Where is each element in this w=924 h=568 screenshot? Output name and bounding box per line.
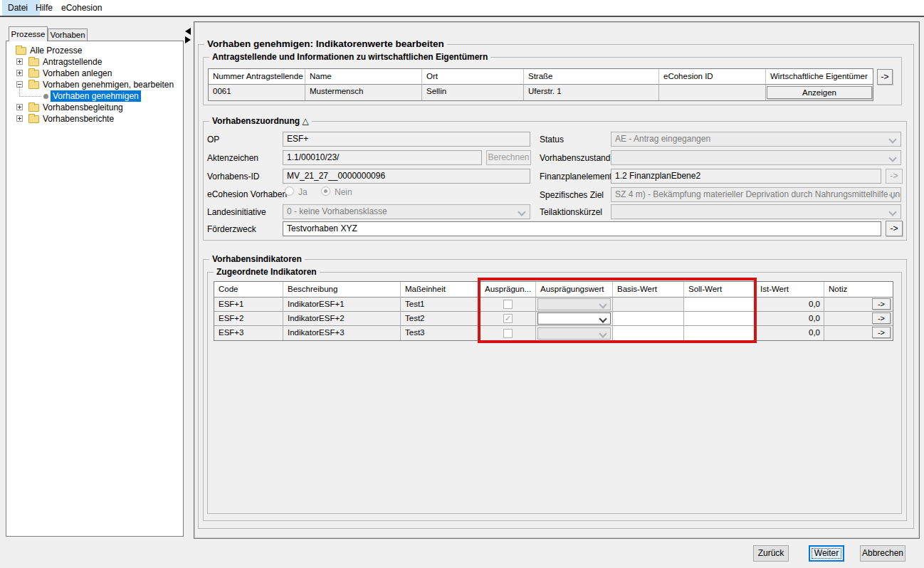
- chevron-down-icon: [518, 208, 525, 216]
- column-header-nummer: Nummer Antragstellende: [209, 69, 305, 85]
- chevron-down-icon: [599, 330, 607, 337]
- cell-code: ESF+2: [214, 312, 283, 326]
- applicants-detail-arrow-button[interactable]: ->: [877, 69, 893, 85]
- landesinitiative-label: Landesinitiative: [207, 207, 266, 217]
- berechnen-button: Berechnen: [486, 150, 531, 165]
- expander-plus-icon[interactable]: [16, 115, 23, 122]
- auspraegung-checkbox: [503, 300, 513, 309]
- op-field: ESF+: [283, 132, 530, 147]
- cell-beschreibung: IndikatorESF+3: [283, 326, 401, 340]
- column-header-auspraegungswert: Ausprägungswert: [536, 282, 613, 298]
- applicants-table: Nummer Antragstellende Name Ort Straße e…: [208, 68, 873, 101]
- zurueck-button[interactable]: Zurück: [753, 545, 789, 562]
- cell-ort: Sellin: [422, 85, 524, 100]
- auspraegung-checkbox: [503, 329, 513, 338]
- spezifisches-ziel-value: SZ 4 m) - Bekämpfung materieller Depriva…: [615, 189, 901, 199]
- cell-code: ESF+1: [214, 298, 283, 312]
- weiter-button[interactable]: Weiter: [809, 545, 844, 562]
- vorhabens-id-label: Vorhabens-ID: [207, 172, 259, 182]
- cell-beschreibung: IndikatorESF+2: [283, 312, 401, 326]
- expander-plus-icon[interactable]: [16, 70, 23, 76]
- tree-item-vorhabensberichte[interactable]: Vorhabensberichte: [6, 113, 183, 125]
- cell-masseinheit: Test3: [401, 326, 481, 340]
- radio-nein: [321, 186, 330, 196]
- tree-item-label: Antragstellende: [43, 56, 102, 68]
- cell-auspraegung: [481, 312, 536, 326]
- aktenzeichen-label: Aktenzeichen: [207, 153, 258, 163]
- group-vorhabenszuordnung-title: Vorhabenszuordnung △: [209, 116, 312, 127]
- chevron-down-icon: [888, 154, 896, 162]
- folder-icon: [28, 58, 39, 66]
- cell-strasse: Uferstr. 1: [524, 85, 659, 100]
- auspraegungswert-dropdown[interactable]: [537, 312, 611, 325]
- notiz-arrow-button[interactable]: ->: [872, 312, 891, 324]
- vorhabenszustand-dropdown: [611, 150, 901, 165]
- column-header-eigentuemer: Wirtschaftliche Eigentümer: [766, 69, 873, 85]
- chevron-down-icon: [888, 135, 896, 143]
- cell-ist-wert: 0,0: [756, 312, 824, 326]
- chevron-down-icon: [599, 315, 607, 322]
- cell-masseinheit: Test1: [401, 298, 481, 312]
- column-header-notiz: Notiz: [824, 282, 893, 298]
- tree-item-alle-prozesse[interactable]: Alle Prozesse: [6, 45, 183, 56]
- tree-item-antragstellende[interactable]: Antragstellende: [6, 56, 183, 68]
- column-header-beschreibung: Beschreibung: [283, 282, 401, 298]
- menu-bar: Datei Hilfe eCohesion: [0, 0, 924, 16]
- column-header-masseinheit: Maßeinheit: [401, 282, 481, 298]
- tree-item-vorhaben-genehmigen[interactable]: Vorhaben genehmigen: [6, 90, 183, 102]
- foerderzweck-field[interactable]: Testvorhaben XYZ: [283, 221, 881, 236]
- cell-soll-wert[interactable]: [684, 298, 756, 312]
- tab-vorhaben[interactable]: Vorhaben: [48, 28, 88, 41]
- expander-plus-icon[interactable]: [16, 104, 23, 110]
- foerderzweck-label: Förderzweck: [207, 224, 256, 234]
- cell-soll-wert[interactable]: [684, 326, 756, 340]
- tree-item-label: Vorhabensbegleitung: [43, 102, 123, 113]
- radio-nein-label: Nein: [335, 187, 352, 197]
- radio-ja: [285, 186, 294, 196]
- group-vorhabensindikatoren-title: Vorhabensindikatoren: [209, 254, 305, 265]
- tree-item-vorhabensbegleitung[interactable]: Vorhabensbegleitung: [6, 102, 183, 113]
- cell-beschreibung: IndikatorESF+1: [283, 298, 401, 312]
- finanzplanelement-field: 1.2 FinanzplanEbene2: [611, 169, 881, 184]
- splitter-collapse-left-icon[interactable]: [185, 28, 191, 35]
- foerderzweck-detail-arrow-button[interactable]: ->: [886, 221, 903, 236]
- column-header-soll-wert: Soll-Wert: [684, 282, 756, 298]
- ecohesion-vorhaben-label: eCohesion Vorhaben: [207, 189, 287, 199]
- teilaktionskuerzel-label: Teilaktionskürzel: [540, 207, 602, 217]
- abbrechen-button[interactable]: Abbrechen: [860, 545, 905, 562]
- tree-item-label-selected: Vorhaben genehmigen: [51, 90, 141, 102]
- tree-item-vorhaben-anlegen[interactable]: Vorhaben anlegen: [6, 68, 183, 79]
- cell-soll-wert[interactable]: [684, 312, 756, 326]
- landesinitiative-value: 0 - keine Vorhabensklasse: [287, 206, 387, 216]
- cell-auspraegungswert: [536, 326, 613, 340]
- page-title: Vorhaben genehmigen: Indikatorenwerte be…: [204, 38, 447, 49]
- cell-notiz: ->: [824, 312, 893, 326]
- indicators-table: Code Beschreibung Maßeinheit Ausprägun..…: [214, 281, 893, 341]
- cell-notiz: ->: [824, 298, 893, 312]
- splitter-collapse-right-icon[interactable]: [185, 36, 191, 43]
- spezifisches-ziel-label: Spezifisches Ziel: [540, 190, 604, 200]
- column-header-ecohesion-id: eCohesion ID: [659, 69, 766, 85]
- cell-auspraegungswert: [536, 298, 613, 312]
- cell-basis-wert[interactable]: [613, 312, 684, 326]
- vorhabenszustand-label: Vorhabenszustand: [540, 153, 610, 163]
- finanzplanelement-detail-arrow-button: ->: [886, 169, 903, 184]
- expander-plus-icon[interactable]: [16, 58, 23, 65]
- column-header-name: Name: [305, 69, 422, 85]
- notiz-arrow-button[interactable]: ->: [872, 327, 891, 338]
- cell-basis-wert[interactable]: [613, 326, 684, 340]
- tree-item-label: Vorhaben anlegen: [43, 68, 112, 79]
- anzeigen-button[interactable]: Anzeigen: [767, 86, 872, 99]
- column-header-strasse: Straße: [524, 69, 659, 85]
- tree-item-label: Vorhabensberichte: [43, 113, 114, 125]
- status-dropdown: AE - Antrag eingegangen: [611, 132, 901, 147]
- cell-ist-wert: 0,0: [756, 326, 824, 340]
- notiz-arrow-button[interactable]: ->: [872, 298, 891, 310]
- tab-prozesse[interactable]: Prozesse: [9, 26, 48, 41]
- cell-eigentuemer: Anzeigen: [766, 85, 873, 100]
- cell-masseinheit: Test2: [401, 312, 481, 326]
- column-header-basis-wert: Basis-Wert: [613, 282, 684, 298]
- tree-item-label: Alle Prozesse: [30, 45, 82, 56]
- menu-item-ecohesion[interactable]: eCohesion: [56, 0, 114, 16]
- cell-name: Mustermensch: [305, 85, 422, 100]
